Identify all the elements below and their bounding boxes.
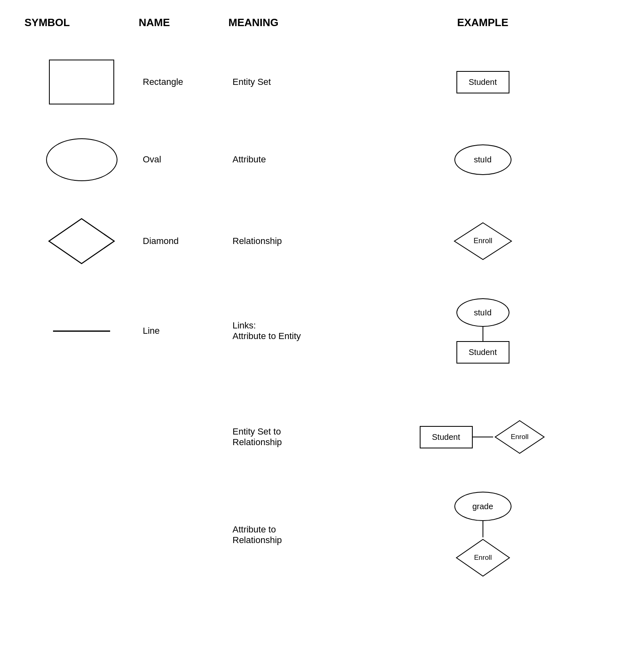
oval-shape: [46, 138, 117, 181]
row-line: Line Links: Attribute to Entity stuId St…: [24, 286, 607, 376]
meaning-entity-rel: Entity Set to Relationship: [228, 426, 359, 448]
attr-rel-ex-diamond: Enroll: [454, 537, 511, 578]
rectangle-shape: [49, 60, 114, 104]
example-oval-label: stuId: [474, 155, 492, 164]
example-oval: stuId: [359, 140, 607, 179]
row-entity-rel: Entity Set to Relationship Student Enrol…: [24, 396, 607, 478]
meaning-attr-rel-line1: Attribute to: [232, 524, 359, 535]
header-example: EXAMPLE: [359, 16, 607, 33]
symbol-entity-rel-empty: [24, 429, 139, 445]
meaning-entity-rel-line2: Relationship: [232, 437, 359, 448]
example-rectangle: Student: [359, 67, 607, 98]
example-diamond-svg: Enroll: [452, 221, 514, 262]
meaning-line1: Links:: [232, 320, 359, 331]
example-line: stuId Student: [359, 294, 607, 368]
diamond-symbol-svg: [47, 217, 116, 266]
meaning-rectangle: Entity Set: [228, 77, 359, 87]
symbol-line: [24, 322, 139, 340]
name-line: Line: [139, 326, 228, 336]
svg-marker-0: [49, 219, 114, 264]
row-diamond: Diamond Relationship Enroll: [24, 200, 607, 282]
example-rectangle-label: Student: [469, 78, 497, 87]
meaning-attr-rel-line2: Relationship: [232, 535, 359, 546]
header-name: NAME: [139, 16, 228, 33]
entity-rel-ex-rect-label: Student: [432, 432, 460, 442]
entity-rel-ex-rect: Student: [420, 426, 473, 448]
symbol-rectangle: [24, 51, 139, 113]
line-ex-connector: [483, 327, 483, 341]
svg-text:Enroll: Enroll: [473, 237, 492, 245]
row-attr-rel: Attribute to Relationship grade Enroll: [24, 482, 607, 588]
attr-rel-example-group: grade Enroll: [454, 492, 511, 578]
example-diamond: Enroll: [359, 217, 607, 266]
name-diamond: Diamond: [139, 236, 228, 246]
symbol-oval: [24, 130, 139, 189]
row-oval: Oval Attribute stuId: [24, 123, 607, 196]
line-ex-oval-label: stuId: [474, 308, 492, 317]
symbol-diamond: [24, 208, 139, 274]
header-meaning: MEANING: [228, 16, 359, 33]
entity-rel-connector: [473, 437, 493, 437]
line-example-group: stuId Student: [456, 298, 509, 364]
meaning-line: Links: Attribute to Entity: [228, 320, 359, 342]
meaning-oval: Attribute: [228, 154, 359, 165]
name-rectangle: Rectangle: [139, 77, 228, 87]
table-header: SYMBOL NAME MEANING EXAMPLE: [24, 16, 607, 33]
meaning-entity-rel-line1: Entity Set to: [232, 426, 359, 437]
meaning-diamond: Relationship: [228, 236, 359, 246]
example-entity-rel: Student Enroll: [359, 415, 607, 459]
example-rectangle-shape: Student: [456, 71, 509, 93]
svg-text:Enroll: Enroll: [474, 554, 492, 561]
example-oval-shape: stuId: [454, 144, 511, 175]
entity-rel-example-group: Student Enroll: [420, 419, 546, 455]
example-attr-rel: grade Enroll: [359, 488, 607, 582]
line-ex-rect-label: Student: [469, 348, 497, 357]
name-oval: Oval: [139, 154, 228, 165]
svg-text:Enroll: Enroll: [511, 433, 528, 441]
attr-rel-connector: [483, 521, 483, 537]
attr-rel-ex-oval: grade: [454, 492, 511, 521]
meaning-line2: Attribute to Entity: [232, 331, 359, 342]
line-ex-oval: stuId: [456, 298, 509, 327]
entity-rel-ex-diamond: Enroll: [493, 419, 546, 455]
header-symbol: SYMBOL: [24, 16, 139, 33]
row-rectangle: Rectangle Entity Set Student: [24, 45, 607, 119]
line-ex-rect: Student: [456, 341, 509, 364]
meaning-attr-rel: Attribute to Relationship: [228, 524, 359, 546]
symbol-attr-rel-empty: [24, 527, 139, 543]
line-shape: [53, 330, 110, 332]
attr-rel-ex-oval-label: grade: [472, 502, 493, 511]
